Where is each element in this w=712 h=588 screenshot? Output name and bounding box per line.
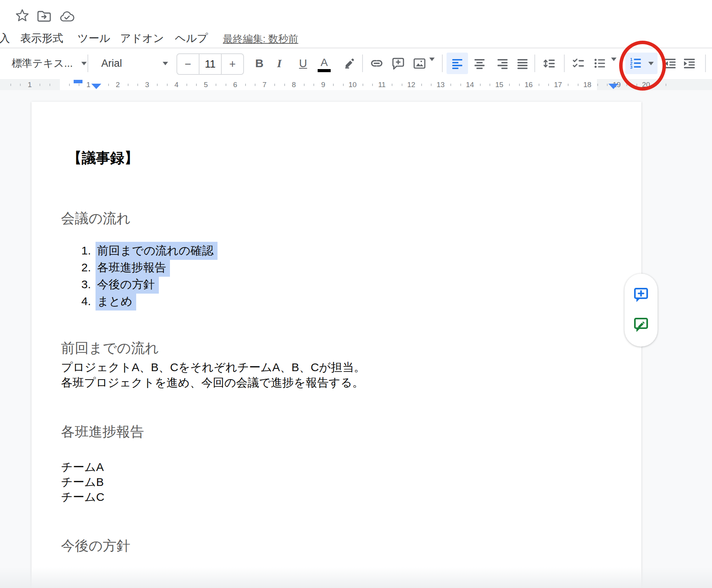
underline-button[interactable]: U — [294, 53, 312, 74]
list-item[interactable]: 3. 今後の方針 — [31, 276, 377, 293]
annotation-circle — [619, 41, 666, 91]
align-left-button[interactable] — [447, 53, 468, 74]
toolbar-divider — [362, 55, 363, 72]
paragraph-style-selector[interactable]: 標準テキス... — [12, 53, 87, 74]
insert-image-button[interactable] — [410, 53, 429, 74]
image-options-chevron[interactable] — [429, 61, 435, 68]
chevron-down-icon — [163, 62, 168, 65]
text-color-button[interactable]: A — [315, 53, 334, 74]
cloud-saved-icon[interactable] — [59, 10, 75, 23]
move-folder-icon[interactable] — [37, 10, 51, 22]
toolbar-divider — [442, 55, 443, 72]
ruler: 11234567891011121314151617181920 — [0, 79, 712, 91]
italic-button[interactable]: I — [270, 53, 288, 74]
heading-progress[interactable]: 各班進捗報告 — [61, 423, 144, 441]
team-line[interactable]: チームA — [61, 459, 104, 475]
app-chrome: 入 表示形式 ツール アドオン ヘルプ 最終編集: 数秒前 — [0, 0, 712, 48]
current-text-color-swatch — [318, 69, 331, 72]
font-value: Arial — [101, 58, 122, 69]
add-comment-float-button[interactable] — [632, 286, 650, 304]
selected-text: まとめ — [96, 292, 136, 311]
paragraph-style-value: 標準テキス... — [12, 56, 73, 70]
bold-button[interactable]: B — [250, 53, 269, 74]
decrease-font-size-button[interactable]: − — [177, 58, 199, 71]
add-comment-button[interactable] — [388, 53, 408, 74]
insert-link-button[interactable] — [367, 53, 387, 74]
bulleted-list-options-chevron[interactable] — [611, 61, 616, 68]
heading-previous[interactable]: 前回までの流れ — [61, 339, 159, 358]
align-center-button[interactable] — [470, 53, 490, 74]
selected-text: 今後の方針 — [96, 276, 159, 294]
checklist-button[interactable] — [569, 53, 588, 74]
increase-indent-button[interactable] — [680, 53, 699, 74]
last-edit-link[interactable]: 最終編集: 数秒前 — [223, 32, 298, 46]
document-page[interactable]: 【議事録】 会議の流れ 1. 前回までの流れの確認 2. 各班進捗報告 3. 今… — [31, 102, 641, 588]
toolbar-divider — [705, 55, 706, 72]
font-selector[interactable]: Arial — [97, 53, 170, 74]
font-size-value[interactable]: 11 — [199, 58, 221, 70]
heading-policy[interactable]: 今後の方針 — [61, 537, 130, 555]
left-indent-marker[interactable] — [91, 84, 101, 89]
document-canvas: 【議事録】 会議の流れ 1. 前回までの流れの確認 2. 各班進捗報告 3. 今… — [0, 90, 712, 588]
toolbar-divider — [564, 55, 565, 72]
selected-text: 各班進捗報告 — [96, 259, 170, 277]
list-item[interactable]: 4. まとめ — [31, 293, 377, 310]
right-indent-marker[interactable] — [608, 84, 618, 89]
heading-agenda[interactable]: 会議の流れ — [61, 209, 131, 228]
toolbar-divider — [87, 55, 88, 72]
first-line-indent-marker[interactable] — [74, 80, 82, 83]
suggest-edits-button[interactable] — [632, 316, 650, 334]
agenda-list: 1. 前回までの流れの確認 2. 各班進捗報告 3. 今後の方針 4. まとめ — [31, 242, 377, 310]
menu-item-format[interactable]: 表示形式 — [20, 31, 63, 45]
bulleted-list-button[interactable] — [591, 53, 609, 74]
selected-text: 前回までの流れの確認 — [96, 242, 218, 260]
highlight-color-button[interactable] — [339, 53, 359, 74]
chevron-down-icon — [81, 62, 87, 65]
font-size-group: − 11 + — [176, 53, 244, 75]
list-item[interactable]: 1. 前回までの流れの確認 — [31, 242, 377, 259]
increase-font-size-button[interactable]: + — [222, 58, 243, 71]
align-right-button[interactable] — [493, 53, 513, 74]
menu-item-tools[interactable]: ツール — [77, 31, 110, 45]
list-item[interactable]: 2. 各班進捗報告 — [31, 259, 377, 276]
team-line[interactable]: チームC — [61, 489, 104, 505]
menu-item-help[interactable]: ヘルプ — [175, 31, 208, 45]
align-justify-button[interactable] — [513, 53, 532, 74]
team-line[interactable]: チームB — [61, 474, 104, 490]
menu-item-addons[interactable]: アドオン — [120, 31, 164, 45]
doc-title[interactable]: 【議事録】 — [68, 149, 138, 168]
toolbar: 標準テキス... Arial − 11 + B I U A — [0, 48, 712, 80]
toolbar-divider — [534, 55, 535, 72]
line-spacing-button[interactable] — [539, 53, 559, 74]
floating-action-capsule — [625, 274, 658, 347]
star-icon[interactable] — [15, 8, 29, 22]
paragraph-line[interactable]: 各班プロジェクトを進め、今回の会議で進捗を報告する。 — [61, 375, 364, 391]
menu-item-insert-partial[interactable]: 入 — [0, 31, 10, 45]
paragraph-line[interactable]: プロジェクトA、B、CをそれぞれチームA、B、Cが担当。 — [61, 360, 365, 375]
